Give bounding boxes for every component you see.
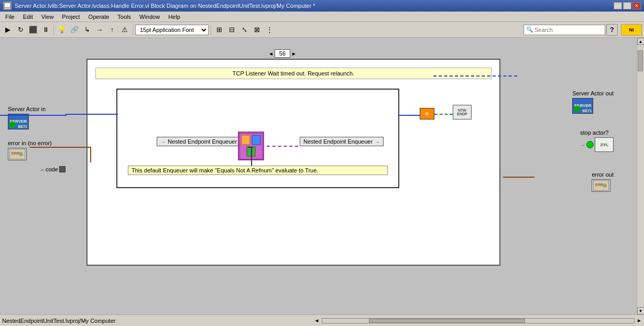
server-actor-out-icon[interactable]: SERVER BE71 [572, 98, 593, 114]
maximize-button[interactable]: □ [623, 2, 631, 9]
ntw-line2: ENDP [457, 112, 467, 116]
scroll-down-button[interactable]: ▼ [637, 307, 645, 314]
svg-rect-1 [5, 3, 10, 7]
jtfl-icon[interactable]: JTFL [595, 137, 614, 152]
code-label-text: code [46, 166, 58, 172]
step-into-button[interactable]: ↳ [81, 24, 93, 36]
help-button[interactable]: ? [606, 24, 618, 36]
actor-out-green-dot [574, 106, 580, 112]
default-enqueuer-note: This default Enqueuer will make "Equals … [128, 166, 388, 175]
abort-button[interactable]: ⬛ [27, 24, 39, 36]
wire-error-in-v [90, 147, 91, 162]
stop-actor-label: stop actor? [580, 129, 614, 136]
outer-case: ◄ 56 ► TCP Listener Wait timed out. Requ… [86, 59, 500, 266]
highlight-button[interactable]: 💡 [56, 24, 68, 36]
hscroll-thumb[interactable] [369, 319, 525, 323]
svg-rect-8 [242, 135, 250, 145]
diagram-content: Server Actor in SERVER BE71 error in (no… [0, 38, 629, 314]
warn-button[interactable]: ⚠ [119, 24, 130, 36]
orange-icon-group: ⊕ [420, 108, 434, 119]
svg-rect-9 [252, 135, 260, 145]
scrollbar-vertical: ▲ ▼ [637, 38, 644, 314]
step-over-button[interactable]: → [94, 24, 105, 36]
error-in-label: error in (no error) [8, 140, 52, 146]
default-note-text: This default Enqueuer will make "Equals … [132, 167, 318, 173]
cleanup-button[interactable]: ⋮ [264, 24, 275, 36]
window-controls: — □ ✕ [614, 2, 641, 9]
menu-bar: File Edit View Project Operate Tools Win… [0, 12, 644, 22]
hscroll-track [322, 318, 635, 323]
wire-green-dashed [434, 114, 453, 115]
ni-logo: NI [621, 24, 642, 36]
menu-tools[interactable]: Tools [114, 13, 134, 20]
run-continuously-button[interactable]: ↻ [15, 24, 26, 36]
server-actor-out-group: Server Actor out SERVER BE71 [572, 90, 614, 114]
app-icon [3, 2, 12, 10]
error-in-group: error in (no error) ERR [8, 140, 52, 160]
server-actor-in-group: Server Actor in SERVER BE71 [8, 106, 46, 129]
message-text: TCP Listener Wait timed out. Request rel… [233, 70, 354, 77]
menu-edit[interactable]: Edit [20, 13, 36, 20]
search-icon: 🔍 [526, 26, 533, 33]
case-next-button[interactable]: ► [291, 51, 297, 57]
case-prev-button[interactable]: ◄ [268, 51, 274, 57]
code-icon [59, 166, 66, 172]
distribute-button[interactable]: ⊟ [226, 24, 237, 36]
svg-text:ERR: ERR [12, 151, 19, 155]
orange-function-icon[interactable]: ⊕ [420, 108, 434, 119]
reorder-button[interactable]: ⊠ [251, 24, 263, 36]
resize-button[interactable]: ⤡ [238, 24, 250, 36]
inner-case: → Nested Endpoint Enqueuer [116, 89, 399, 188]
nested-enqueuer-left-label: Nested Endpoint Enqueuer [168, 138, 237, 145]
minimize-button[interactable]: — [614, 2, 622, 9]
error-out-icon[interactable]: ERR [592, 179, 610, 192]
run-button[interactable]: ▶ [2, 24, 14, 36]
svg-point-14 [603, 183, 607, 188]
align-button[interactable]: ⊞ [213, 24, 225, 36]
diagram-canvas[interactable]: Server Actor in SERVER BE71 error in (no… [0, 38, 637, 314]
ntw-line1: NTW [458, 108, 466, 112]
scroll-track [637, 45, 645, 307]
close-button[interactable]: ✕ [632, 2, 641, 9]
separator-1 [53, 25, 54, 35]
menu-window[interactable]: Window [136, 13, 163, 20]
error-out-label: error out [592, 171, 614, 178]
nested-enqueuer-left[interactable]: → Nested Endpoint Enqueuer [157, 137, 241, 146]
nested-enqueuer-right[interactable]: Nested Endpoint Enqueuer → [300, 137, 384, 146]
font-selector[interactable]: 15pt Application Font [135, 25, 209, 35]
svg-text:ERR: ERR [595, 183, 603, 187]
separator-2 [133, 25, 133, 35]
scroll-right-indicator[interactable]: ► [637, 318, 642, 323]
ntw-endp-group: NTW ENDP [453, 105, 472, 119]
scroll-thumb[interactable] [638, 50, 643, 71]
window-title: Server Actor.lvlib:Server Actor.lvclass:… [15, 3, 610, 9]
arrow-line-v [251, 147, 252, 166]
message-bar: TCP Listener Wait timed out. Request rel… [95, 68, 492, 79]
pause-button[interactable]: ⏸ [40, 24, 51, 36]
retain-wires-button[interactable]: 🔗 [69, 24, 80, 36]
step-out-button[interactable]: ↑ [106, 24, 118, 36]
stop-actor-icon[interactable] [586, 141, 594, 148]
menu-operate[interactable]: Operate [85, 13, 113, 20]
case-number[interactable]: 56 [275, 49, 290, 58]
menu-project[interactable]: Project [59, 13, 83, 20]
scroll-up-button[interactable]: ▲ [637, 38, 645, 45]
wire-dashed-top [433, 75, 517, 77]
separator-3 [211, 25, 211, 35]
wire-error-in-h [30, 147, 90, 148]
menu-file[interactable]: File [2, 13, 18, 20]
menu-help[interactable]: Help [165, 13, 183, 20]
case-selector: ◄ 56 ► [268, 49, 297, 58]
menu-view[interactable]: View [38, 13, 57, 20]
main-area: Server Actor in SERVER BE71 error in (no… [0, 38, 644, 314]
ntw-endp-icon[interactable]: NTW ENDP [453, 105, 472, 119]
server-actor-in-icon[interactable]: SERVER BE71 [8, 114, 29, 129]
search-input[interactable] [534, 27, 603, 33]
server-actor-out-label: Server Actor out [572, 90, 614, 96]
search-box[interactable]: 🔍 [523, 25, 605, 35]
error-in-icon[interactable]: ERR [8, 148, 27, 160]
svg-point-6 [19, 152, 23, 156]
status-bar: NestedEndpointUnitTest.lvproj/My Compute… [0, 314, 644, 326]
scroll-left-indicator[interactable]: ◄ [314, 318, 320, 323]
arrow-line-h [248, 147, 253, 148]
